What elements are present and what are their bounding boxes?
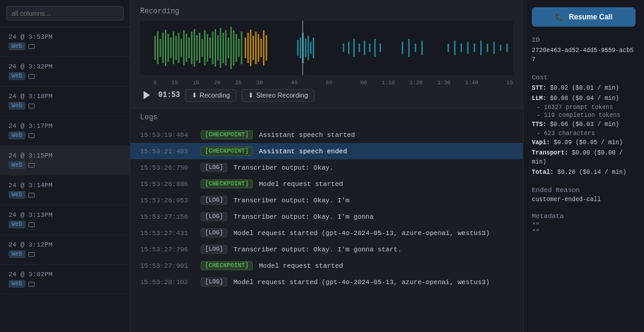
- log-row-2[interactable]: 15:53:26:750 [LOG] Transcriber output: O…: [130, 159, 523, 176]
- svg-rect-53: [354, 39, 355, 57]
- stt-label: STT:: [532, 85, 546, 91]
- play-button[interactable]: [140, 88, 153, 102]
- monitor-icon: [29, 74, 35, 79]
- log-row-1[interactable]: 15:53:21:403 [CHECKPOINT] Assistant spee…: [130, 143, 523, 159]
- stereo-download-icon: ⬇: [248, 91, 253, 99]
- sidebar-item-badge: Web: [8, 191, 25, 199]
- sidebar-item-3[interactable]: 24 @ 3:17PM Web: [0, 116, 130, 146]
- sidebar-item-badge: Web: [8, 161, 25, 169]
- cost-details: STT: $0.02 ($0.01 / min) LLM: $0.08 ($0.…: [532, 84, 636, 177]
- log-timestamp: 15:53:26:750: [140, 164, 195, 171]
- log-row-9[interactable]: 15:53:28:102 [LOG] Model request started…: [130, 274, 523, 290]
- svg-rect-63: [448, 44, 449, 52]
- sidebar-item-type: Web: [8, 221, 121, 228]
- log-row-0[interactable]: 15:53:19:404 [CHECKPOINT] Assistant spee…: [130, 127, 523, 143]
- sidebar-item-badge: Web: [8, 250, 25, 258]
- sidebar-item-1[interactable]: 24 @ 3:32PM Web: [0, 57, 130, 87]
- log-row-8[interactable]: 15:53:27:901 [CHECKPOINT] Model request …: [130, 257, 523, 274]
- log-row-5[interactable]: 15:53:27:156 [LOG] Transcriber output: O…: [130, 208, 523, 225]
- sidebar-item-type: Web: [8, 280, 121, 288]
- recording-download-button[interactable]: ⬇ Recording: [185, 89, 236, 102]
- log-message: Transcriber output: Okay.: [233, 164, 334, 171]
- waveform-svg: [140, 21, 513, 75]
- search-input[interactable]: [6, 6, 124, 21]
- sidebar-item-8[interactable]: 24 @ 3:02PM Web: [0, 265, 130, 294]
- log-row-7[interactable]: 15:53:27:796 [LOG] Transcriber output: O…: [130, 241, 523, 257]
- sidebar: 24 @ 3:53PM Web 24 @ 3:32PM Web 24 @ 3:1…: [0, 0, 130, 332]
- monitor-icon: [29, 222, 35, 227]
- monitor-icon: [29, 104, 35, 108]
- svg-rect-34: [241, 32, 242, 64]
- log-timestamp: 15:53:27:431: [140, 230, 195, 237]
- llm-sub1: - 16327 prompt tokens: [532, 104, 636, 111]
- svg-rect-35: [245, 38, 246, 58]
- svg-rect-47: [305, 39, 306, 57]
- phone-icon: 📞: [555, 13, 564, 21]
- svg-rect-48: [307, 36, 309, 60]
- svg-rect-30: [230, 27, 232, 69]
- sidebar-item-6[interactable]: 24 @ 3:13PM Web: [0, 205, 130, 235]
- id-value: 2720e463-ad52-4dd5-9559-acb57: [532, 46, 636, 64]
- svg-rect-9: [175, 36, 176, 60]
- svg-rect-66: [467, 42, 468, 54]
- svg-rect-29: [228, 38, 229, 58]
- svg-rect-42: [263, 30, 264, 65]
- metadata-section: Metadata "" "": [532, 213, 636, 236]
- log-timestamp: 15:53:26:953: [140, 197, 195, 204]
- metadata-val1: "": [532, 222, 636, 229]
- total-value: $0.26 ($0.14 / min): [557, 169, 626, 176]
- log-row-4[interactable]: 15:53:26:953 [LOG] Transcriber output: O…: [130, 192, 523, 208]
- log-message: Assistant speech started: [259, 131, 355, 139]
- svg-rect-19: [201, 39, 203, 57]
- sidebar-item-type: Web: [8, 131, 121, 139]
- resume-call-button[interactable]: 📞 Resume Call: [532, 7, 636, 27]
- log-row-3[interactable]: 15:53:26:886 [CHECKPOINT] Model request …: [130, 176, 523, 192]
- stt-cost: STT: $0.02 ($0.01 / min): [532, 84, 636, 93]
- recording-section: Recording: [130, 0, 523, 108]
- log-message: Model request started: [259, 181, 343, 188]
- stereo-recording-button[interactable]: ⬇ Stereo Recording: [241, 89, 315, 102]
- sidebar-item-badge: Web: [8, 131, 25, 139]
- log-row-6[interactable]: 15:53:27:431 [LOG] Model request started…: [130, 225, 523, 241]
- log-timestamp: 15:53:27:156: [140, 213, 195, 221]
- log-timestamp: 15:53:28:102: [140, 279, 195, 286]
- svg-rect-49: [310, 42, 312, 54]
- svg-rect-52: [348, 42, 349, 54]
- transport-cost: Transport: $0.00 ($0.00 / min): [532, 148, 636, 167]
- tts-cost: TTS: $0.06 ($0.03 / min): [532, 120, 636, 129]
- monitor-icon: [29, 44, 35, 49]
- svg-rect-37: [250, 30, 251, 66]
- sidebar-item-5[interactable]: 24 @ 3:14PM Web: [0, 176, 130, 205]
- svg-rect-36: [247, 33, 249, 63]
- log-tag: [CHECKPOINT]: [201, 179, 253, 188]
- tts-sub1: - 623 characters: [532, 130, 636, 137]
- monitor-icon: [29, 282, 35, 287]
- sidebar-item-time: 24 @ 3:17PM: [8, 122, 121, 130]
- svg-rect-33: [238, 39, 240, 57]
- sidebar-item-0[interactable]: 24 @ 3:53PM Web: [0, 27, 130, 57]
- svg-rect-1: [155, 36, 156, 60]
- ended-reason-value: customer-ended-call: [532, 196, 636, 203]
- tts-label: TTS:: [532, 121, 546, 128]
- svg-rect-4: [163, 33, 164, 63]
- llm-value: $0.08 ($0.04 / min): [550, 95, 619, 102]
- svg-rect-43: [266, 35, 267, 61]
- sidebar-item-7[interactable]: 24 @ 3:12PM Web: [0, 235, 130, 265]
- transport-label: Transport:: [532, 150, 568, 156]
- resume-btn-label: Resume Call: [569, 13, 612, 21]
- sidebar-item-2[interactable]: 24 @ 3:18PM Web: [0, 87, 130, 116]
- svg-rect-21: [207, 34, 208, 62]
- log-message: Transcriber output: Okay. I'm gonna star…: [233, 246, 401, 253]
- cost-section: Cost STT: $0.02 ($0.01 / min) LLM: $0.08…: [532, 74, 636, 177]
- svg-rect-38: [253, 36, 254, 60]
- svg-rect-23: [212, 32, 213, 64]
- total-label: Total:: [532, 169, 554, 176]
- svg-rect-16: [193, 29, 195, 67]
- stereo-btn-label: Stereo Recording: [256, 91, 308, 99]
- vapi-value: $0.09 ($0.05 / min): [554, 139, 623, 146]
- sidebar-item-4[interactable]: 24 @ 3:15PM Web: [0, 146, 130, 176]
- svg-rect-28: [225, 30, 226, 65]
- sidebar-item-time: 24 @ 3:02PM: [8, 271, 121, 278]
- svg-rect-71: [500, 45, 501, 51]
- download-icon: ⬇: [192, 91, 197, 99]
